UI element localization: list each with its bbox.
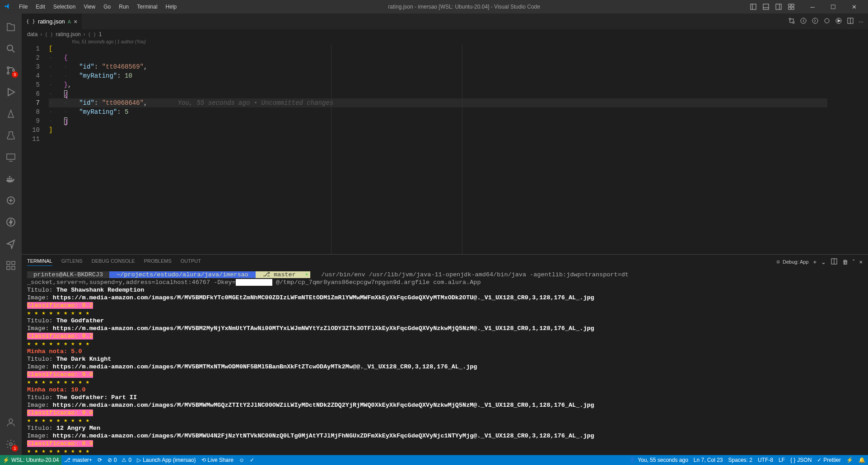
menu-help[interactable]: Help <box>162 2 181 12</box>
svg-point-30 <box>9 443 12 446</box>
json-file-icon: { } <box>45 32 53 37</box>
remote-explorer-icon[interactable] <box>0 103 22 125</box>
toggle-secondary-sidebar-icon[interactable] <box>773 2 784 12</box>
menu-terminal[interactable]: Terminal <box>133 2 161 12</box>
accounts-icon[interactable] <box>0 412 22 433</box>
panel-tab-terminal[interactable]: TERMINAL <box>27 258 52 266</box>
explorer-icon[interactable] <box>0 16 22 38</box>
svg-point-31 <box>789 18 791 20</box>
cursor-position[interactable]: Ln 7, Col 23 <box>691 455 726 465</box>
git-compare-icon[interactable] <box>788 17 795 26</box>
prettier-status[interactable]: ✓ Prettier <box>814 455 844 465</box>
svg-rect-28 <box>12 261 15 265</box>
check-icon[interactable]: ✓ <box>247 455 257 465</box>
notifications-icon[interactable]: ⚡ <box>844 455 856 465</box>
svg-rect-7 <box>792 4 794 6</box>
gitlens-file-annotation: You, 51 seconds ago | 1 author (You) <box>22 39 868 44</box>
terminal-content[interactable]: printes@ALK-BKDRCJ3 ~/projects/estudo/al… <box>22 269 868 455</box>
minimize-button[interactable]: ─ <box>802 0 823 14</box>
titlebar: File Edit Selection View Go Run Terminal… <box>0 0 868 14</box>
share-icon[interactable] <box>0 233 22 255</box>
code-content[interactable]: [ · { · · "id": "tt0468569", · · "myRati… <box>49 44 827 254</box>
svg-rect-20 <box>9 178 10 179</box>
terminal-dropdown-icon[interactable]: ⌄ <box>821 259 826 265</box>
git-branch[interactable]: ⎇ master+ <box>61 455 95 465</box>
svg-marker-37 <box>838 19 840 22</box>
search-icon[interactable] <box>0 38 22 60</box>
next-change-icon[interactable] <box>812 17 819 26</box>
menu-edit[interactable]: Edit <box>32 2 49 12</box>
bell-icon[interactable]: 🔔 <box>856 455 868 465</box>
panel-tab-problems[interactable]: PROBLEMS <box>144 258 172 265</box>
editor[interactable]: 1 2 3 4 5 6 7 8 9 10 11 [ · { · · "id": … <box>22 44 868 254</box>
thunder-icon[interactable] <box>0 211 22 233</box>
svg-rect-2 <box>763 4 769 9</box>
svg-marker-15 <box>8 88 14 96</box>
git-blame-status[interactable]: 👤 You, 55 seconds ago <box>626 455 691 465</box>
menu-run[interactable]: Run <box>115 2 132 12</box>
sync-icon[interactable]: ⟳ <box>95 455 105 465</box>
close-tab-icon[interactable]: × <box>74 18 77 25</box>
run-debug-icon[interactable] <box>0 81 22 103</box>
kill-terminal-icon[interactable]: 🗑 <box>842 259 848 265</box>
menu-selection[interactable]: Selection <box>50 2 79 12</box>
svg-point-32 <box>793 22 794 23</box>
split-terminal-icon[interactable] <box>831 258 838 266</box>
menu-go[interactable]: Go <box>100 2 114 12</box>
feedback-icon[interactable]: ☺ <box>236 455 247 465</box>
debug-config-dropdown[interactable]: ⛭ Debug: App <box>776 259 809 265</box>
more-actions-icon[interactable]: ··· <box>859 18 863 25</box>
run-file-icon[interactable] <box>835 17 842 26</box>
source-control-icon[interactable]: 5 <box>0 60 22 81</box>
toggle-icon[interactable] <box>823 17 831 26</box>
extensions-icon[interactable] <box>0 255 22 276</box>
breadcrumb-path[interactable]: 1 <box>99 31 102 37</box>
close-window-button[interactable]: ✕ <box>844 0 864 14</box>
panel-tab-gitlens[interactable]: GITLENS <box>61 258 83 265</box>
language-mode[interactable]: { } JSON <box>788 455 814 465</box>
generate-icon[interactable] <box>0 190 22 211</box>
docker-icon[interactable] <box>0 168 22 190</box>
errors-warnings[interactable]: ⊘ 0 ⚠ 0 <box>105 455 134 465</box>
eol[interactable]: LF <box>776 455 788 465</box>
breadcrumb[interactable]: data › { } rating.json › { } 1 <box>22 29 868 39</box>
svg-line-11 <box>12 50 14 52</box>
live-share[interactable]: ⟲ Live Share <box>199 455 236 465</box>
indentation[interactable]: Spaces: 2 <box>726 455 755 465</box>
split-editor-icon[interactable] <box>847 17 854 26</box>
launch-config[interactable]: ▷ Launch App (imersao) <box>134 455 198 465</box>
menubar: File Edit Selection View Go Run Terminal… <box>15 2 180 12</box>
layout-controls <box>748 2 797 12</box>
brace-icon: { } <box>88 32 96 37</box>
maximize-panel-icon[interactable]: ˆ <box>853 259 854 265</box>
settings-gear-icon[interactable]: 1 <box>0 433 22 455</box>
svg-rect-26 <box>7 266 10 270</box>
breadcrumb-folder[interactable]: data <box>27 31 37 37</box>
tab-git-status: A <box>68 19 71 24</box>
svg-point-13 <box>7 72 9 74</box>
minimap[interactable] <box>827 44 868 254</box>
new-terminal-icon[interactable]: + <box>813 259 817 265</box>
panel-tab-debug-console[interactable]: DEBUG CONSOLE <box>92 258 135 265</box>
json-file-icon: { } <box>26 19 35 24</box>
remote-icon[interactable] <box>0 146 22 168</box>
toggle-panel-icon[interactable] <box>761 2 771 12</box>
chevron-right-icon: › <box>40 31 42 37</box>
maximize-button[interactable]: ☐ <box>823 0 844 14</box>
menu-view[interactable]: View <box>80 2 99 12</box>
customize-layout-icon[interactable] <box>786 2 797 12</box>
remote-indicator[interactable]: ⚡WSL: Ubuntu-20.04 <box>0 455 61 465</box>
svg-point-10 <box>7 45 13 51</box>
testing-icon[interactable] <box>0 125 22 146</box>
toggle-primary-sidebar-icon[interactable] <box>748 2 759 12</box>
prev-change-icon[interactable] <box>800 17 807 26</box>
close-panel-icon[interactable]: × <box>859 259 863 265</box>
breadcrumb-file[interactable]: rating.json <box>56 31 80 37</box>
encoding[interactable]: UTF-8 <box>755 455 776 465</box>
panel-tab-output[interactable]: OUTPUT <box>181 258 201 265</box>
tab-rating-json[interactable]: { } rating.json A × <box>22 14 82 29</box>
tab-label: rating.json <box>38 18 65 25</box>
menu-file[interactable]: File <box>15 2 31 12</box>
panel-tabs: TERMINAL GITLENS DEBUG CONSOLE PROBLEMS … <box>22 255 868 269</box>
svg-rect-17 <box>7 154 15 159</box>
